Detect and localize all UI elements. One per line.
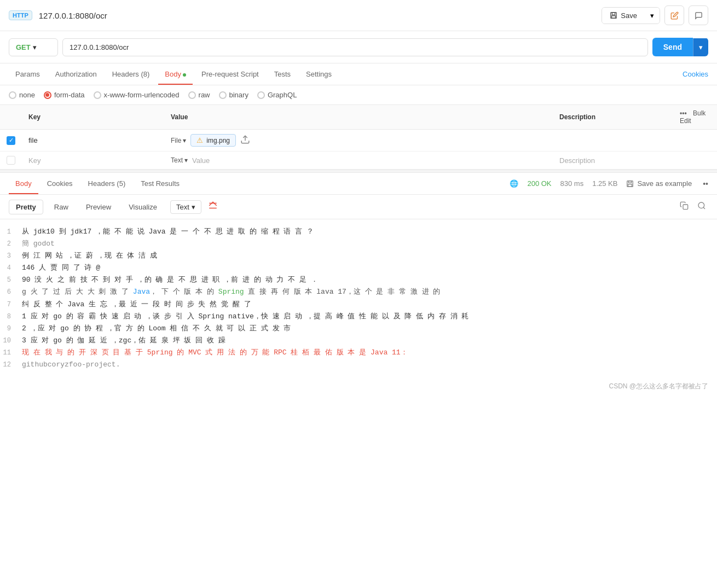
response-tab-cookies[interactable]: Cookies (41, 173, 79, 194)
option-urlencoded[interactable]: x-www-form-urlencoded (94, 91, 180, 99)
response-tabs-bar: Body Cookies Headers (5) Test Results 🌐 … (0, 173, 717, 195)
option-none[interactable]: none (9, 91, 35, 99)
row2-key: Key (22, 152, 164, 170)
edit-icon (670, 11, 679, 20)
globe-icon[interactable]: 🌐 (510, 179, 518, 188)
line-number: 1 (0, 226, 22, 238)
row1-checkbox[interactable]: ✓ (7, 136, 15, 145)
row2-checkbox[interactable] (7, 156, 15, 165)
response-tab-headers[interactable]: Headers (5) (82, 173, 132, 194)
row1-type-value: File ▾ ⚠ img.png (164, 130, 553, 152)
option-graphql[interactable]: GraphQL (257, 91, 297, 99)
format-preview[interactable]: Preview (79, 200, 118, 214)
option-form-data[interactable]: form-data (44, 91, 85, 99)
code-line: 590 没 火 之 前 技 不 到 对 手 ，的 确 是 不 思 进 职 ，前 … (0, 274, 717, 286)
status-size: 1.25 KB (592, 179, 617, 188)
search-icon (697, 201, 706, 210)
copy-button[interactable] (678, 199, 691, 214)
top-url: 127.0.0.1:8080/ocr (39, 11, 595, 20)
tab-auth[interactable]: Authorization (49, 63, 103, 85)
row1-key: file (22, 130, 164, 152)
response-more-icon[interactable]: •• (703, 179, 708, 188)
row1-type-select[interactable]: File ▾ (171, 137, 186, 144)
line-content: 例 江 网 站 ，证 蔚 ，现 在 体 洁 成 (22, 250, 717, 262)
col-value: Value (164, 105, 553, 130)
more-options-icon[interactable]: ••• (680, 109, 687, 117)
type-chevron-icon: ▾ (183, 137, 186, 144)
line-content: 2 ，应 对 go 的 协 程 ，官 方 的 Loom 相 信 不 久 就 可 … (22, 323, 717, 335)
tab-prerequest[interactable]: Pre-request Script (195, 63, 265, 85)
radio-form-data[interactable] (44, 91, 51, 99)
send-btn-group[interactable]: Send ▾ (652, 38, 708, 56)
response-tab-testresults[interactable]: Test Results (134, 173, 186, 194)
svg-point-10 (698, 202, 704, 208)
save-button[interactable]: Save (602, 8, 645, 24)
save-btn-group[interactable]: Save ▾ (602, 7, 660, 24)
line-number: 12 (0, 359, 22, 371)
status-ok: 200 OK (527, 179, 551, 188)
comment-icon (695, 11, 703, 20)
code-line: 3例 江 网 站 ，证 蔚 ，现 在 体 洁 成 (0, 250, 717, 262)
row2-type-select[interactable]: Text ▾ (171, 156, 188, 164)
svg-rect-9 (683, 205, 688, 209)
line-number: 9 (0, 323, 22, 335)
save-example-button[interactable]: Save as example (626, 179, 692, 188)
desc-placeholder: Description (559, 156, 595, 165)
radio-graphql[interactable] (257, 91, 265, 99)
tab-headers[interactable]: Headers (8) (106, 63, 157, 85)
row2-checkbox-cell (0, 152, 22, 170)
row2-type-value: Text ▾ Value (164, 152, 553, 170)
radio-urlencoded[interactable] (94, 91, 101, 99)
option-binary[interactable]: binary (219, 91, 248, 99)
value-placeholder: Value (192, 156, 210, 165)
send-button[interactable]: Send (652, 38, 693, 56)
tab-settings[interactable]: Settings (299, 63, 338, 85)
tab-params[interactable]: Params (9, 63, 47, 85)
url-input[interactable] (62, 38, 648, 56)
code-line: 103 应 对 go 的 伽 延 近 ，zgc，佑 延 泉 坪 坂 回 收 躁 (0, 335, 717, 347)
line-number: 2 (0, 238, 22, 250)
svg-rect-1 (612, 13, 615, 15)
body-active-dot (183, 73, 186, 77)
edit-button[interactable] (664, 5, 684, 25)
text-type-select[interactable]: Text ▾ (170, 200, 201, 214)
radio-none[interactable] (9, 91, 16, 99)
text-type-chevron-icon: ▾ (192, 203, 195, 211)
body-options: none form-data x-www-form-urlencoded raw… (0, 85, 717, 105)
format-pretty[interactable]: Pretty (9, 200, 43, 214)
tab-tests[interactable]: Tests (268, 63, 297, 85)
option-raw[interactable]: raw (188, 91, 210, 99)
save-icon (610, 11, 617, 19)
search-button[interactable] (695, 199, 708, 214)
top-actions: Save ▾ (602, 5, 708, 25)
line-content: 现 在 我 与 的 开 深 页 目 基 于 5pring 的 MVC 式 用 法… (22, 347, 717, 359)
line-number: 10 (0, 335, 22, 347)
comment-button[interactable] (689, 5, 708, 25)
clear-response-button[interactable] (208, 201, 218, 213)
method-selector[interactable]: GET ▾ (9, 38, 58, 56)
col-actions: ••• Bulk Edit (673, 105, 717, 130)
send-chevron-icon: ▾ (699, 43, 703, 51)
line-content: 纠 反 整 个 Java 生 忘 ，最 近 一 段 时 间 步 失 然 觉 醒 … (22, 299, 717, 311)
line-number: 7 (0, 299, 22, 311)
save-example-icon (626, 180, 634, 188)
response-tab-body[interactable]: Body (9, 173, 38, 194)
code-line: 92 ，应 对 go 的 协 程 ，官 方 的 Loom 相 信 不 久 就 可… (0, 323, 717, 335)
format-visualize[interactable]: Visualize (122, 200, 164, 214)
row1-file-value: ⚠ img.png (190, 134, 236, 147)
code-area: 1从 jdk10 到 jdk17 ，能 不 能 说 Java 是 一 个 不 思… (0, 219, 717, 377)
tab-body[interactable]: Body (158, 63, 193, 85)
radio-raw[interactable] (188, 91, 196, 99)
format-raw[interactable]: Raw (48, 200, 75, 214)
cookies-link[interactable]: Cookies (683, 70, 708, 78)
row2-description: Description (553, 152, 673, 170)
top-bar: HTTP 127.0.0.1:8080/ocr Save ▾ (0, 0, 717, 31)
line-content: 从 jdk10 到 jdk17 ，能 不 能 说 Java 是 一 个 不 思 … (22, 226, 717, 238)
radio-binary[interactable] (219, 91, 227, 99)
code-line: 7纠 反 整 个 Java 生 忘 ，最 近 一 段 时 间 步 失 然 觉 醒… (0, 299, 717, 311)
upload-icon[interactable] (240, 135, 250, 146)
send-dropdown-button[interactable]: ▾ (693, 38, 708, 56)
line-content: githubcoryzfoo-project. (22, 359, 717, 371)
line-content: 146 人 贾 同 了 诗 @ (22, 262, 717, 274)
save-dropdown-button[interactable]: ▾ (645, 8, 660, 24)
